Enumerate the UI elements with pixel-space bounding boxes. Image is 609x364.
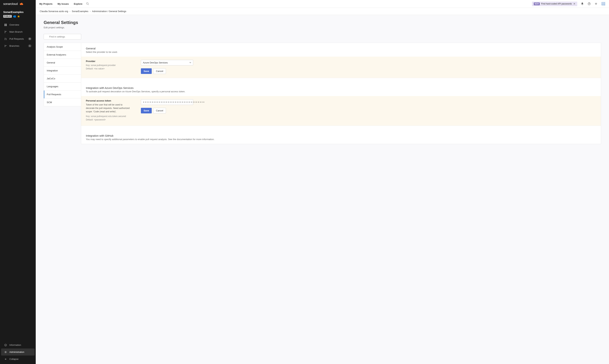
sidebar-item-pull-requests[interactable]: Pull Requests 0 (1, 35, 35, 42)
breadcrumb-project[interactable]: SonarExamples (72, 10, 88, 13)
section-github: Integration with GitHub You may need to … (81, 130, 601, 144)
settings-search-input[interactable] (44, 34, 81, 39)
category-pull-requests[interactable]: Pull Requests (44, 91, 81, 98)
svg-point-0 (5, 31, 5, 31)
top-nav-icons (581, 2, 605, 6)
global-search-icon[interactable] (86, 2, 89, 6)
svg-point-4 (5, 39, 5, 40)
new-feature-banner[interactable]: NEW Find hard-coded API passwords ✕ (532, 2, 577, 6)
breadcrumb-org[interactable]: Claudia Sonarova azdo org (40, 10, 68, 13)
gear-icon (4, 351, 7, 353)
category-scm[interactable]: SCM (44, 98, 81, 106)
category-jacoco[interactable]: JaCoCo (44, 75, 81, 83)
category-analysis-scope[interactable]: Analysis Scope (44, 43, 81, 51)
settings-category-list: Analysis Scope External Analyzers Genera… (44, 43, 81, 106)
banner-text: Find hard-coded API passwords (541, 2, 572, 5)
svg-point-7 (5, 47, 5, 47)
setting-label: Personal access token (86, 99, 130, 102)
section-azure-header: Integration with Azure DevOps Services T… (81, 82, 601, 96)
svg-point-5 (6, 39, 6, 40)
token-input[interactable]: ••••••••••••••••••••••••••••••••••• (141, 99, 193, 105)
provider-buttons: Save Cancel (141, 68, 596, 74)
sidebar-label: Administration (9, 351, 24, 353)
plus-icon[interactable] (595, 2, 597, 5)
category-languages[interactable]: Languages (44, 83, 81, 91)
top-nav: My Projects My Issues Explore NEW Find h… (36, 0, 609, 8)
sidebar-label: Collapse (9, 358, 19, 360)
dashboard-icon (4, 24, 7, 26)
page-subtitle: Edit project settings. (44, 26, 601, 29)
token-buttons: Save Cancel (141, 108, 596, 113)
nav-my-issues[interactable]: My Issues (58, 2, 69, 5)
pull-request-icon (4, 38, 7, 40)
branch-icon (4, 31, 7, 33)
project-badges: PUBLIC (3, 15, 32, 18)
project-header: SonarExamples PUBLIC (0, 8, 36, 19)
svg-point-10 (5, 352, 6, 352)
chevron-right-icon: › (70, 10, 70, 13)
select-value: Azure DevOps Services (143, 61, 168, 64)
content-area: General Settings Edit project settings. … (36, 15, 609, 364)
sidebar-item-branches[interactable]: Branches 1 (1, 42, 35, 49)
breadcrumb: Claudia Sonarova azdo org › SonarExample… (36, 8, 609, 15)
settings-layout: Analysis Scope External Analyzers Genera… (44, 43, 601, 144)
setting-key: Key: sonar.pullrequest.vsts.token.secure… (86, 115, 130, 118)
setting-token-row: Personal access token Token of the user … (81, 96, 601, 126)
sidebar-bottom: Information Administration Collapse (0, 341, 36, 364)
collapse-icon (4, 358, 7, 360)
sidebar-label: Pull Requests (9, 38, 24, 40)
setting-default: Default: <password> (86, 118, 130, 121)
sidebar-item-collapse[interactable]: Collapse (1, 355, 35, 363)
sidebar-nav: Overview Main Branch Pull Requests 0 Bra… (0, 19, 36, 341)
cancel-button[interactable]: Cancel (153, 68, 166, 74)
notifications-icon[interactable] (581, 2, 584, 5)
sidebar-label: Branches (9, 45, 19, 47)
new-pill: NEW (534, 2, 540, 5)
avatar[interactable] (601, 2, 605, 6)
svg-point-8 (6, 45, 6, 46)
favorite-star-icon[interactable] (17, 15, 20, 18)
sidebar-item-information[interactable]: Information (1, 341, 35, 349)
help-icon[interactable] (588, 2, 591, 5)
sidebar: sonarcloud SonarExamples PUBLIC Overview… (0, 0, 36, 364)
banner-close-icon[interactable]: ✕ (573, 2, 575, 5)
section-spacer (81, 126, 601, 130)
page-title: General Settings (44, 20, 601, 25)
svg-point-1 (5, 32, 5, 33)
nav-my-projects[interactable]: My Projects (39, 2, 53, 5)
visibility-badge: PUBLIC (3, 15, 12, 18)
breadcrumb-section: Administration / General Settings (92, 10, 126, 13)
logo[interactable]: sonarcloud (0, 0, 36, 8)
save-button[interactable]: Save (141, 68, 152, 74)
category-integration[interactable]: Integration (44, 67, 81, 75)
svg-point-3 (5, 38, 5, 39)
setting-label: Provider (86, 60, 130, 63)
sidebar-item-main-branch[interactable]: Main Branch (1, 28, 35, 35)
section-subtitle: To activate pull request decoration on A… (86, 90, 596, 93)
save-button[interactable]: Save (141, 108, 152, 113)
sidebar-label: Information (9, 344, 21, 346)
svg-point-6 (5, 45, 5, 45)
pr-count-badge: 0 (28, 38, 31, 40)
info-icon (4, 344, 7, 346)
logo-text: sonarcloud (3, 2, 18, 6)
category-external-analyzers[interactable]: External Analyzers (44, 51, 81, 59)
branches-count-badge: 1 (28, 45, 31, 47)
section-azure: Integration with Azure DevOps Services T… (81, 82, 601, 126)
sidebar-item-overview[interactable]: Overview (1, 21, 35, 28)
setting-default: Default: <no value> (86, 67, 130, 70)
section-github-header: Integration with GitHub You may need to … (81, 130, 601, 144)
settings-search-wrap (44, 34, 81, 39)
sidebar-item-administration[interactable]: Administration (1, 349, 35, 355)
top-nav-links: My Projects My Issues Explore (39, 2, 82, 5)
branches-icon (4, 45, 7, 47)
section-subtitle: You may need to specify additional param… (86, 138, 596, 141)
cancel-button[interactable]: Cancel (153, 108, 166, 113)
category-general[interactable]: General (44, 59, 81, 67)
nav-explore[interactable]: Explore (74, 2, 82, 5)
setting-token-control: ••••••••••••••••••••••••••••••••••• Save… (141, 99, 596, 122)
section-title: Integration with GitHub (86, 134, 596, 137)
svg-point-11 (86, 2, 88, 4)
provider-select[interactable]: Azure DevOps Services (141, 60, 193, 65)
azure-devops-icon (13, 15, 16, 18)
